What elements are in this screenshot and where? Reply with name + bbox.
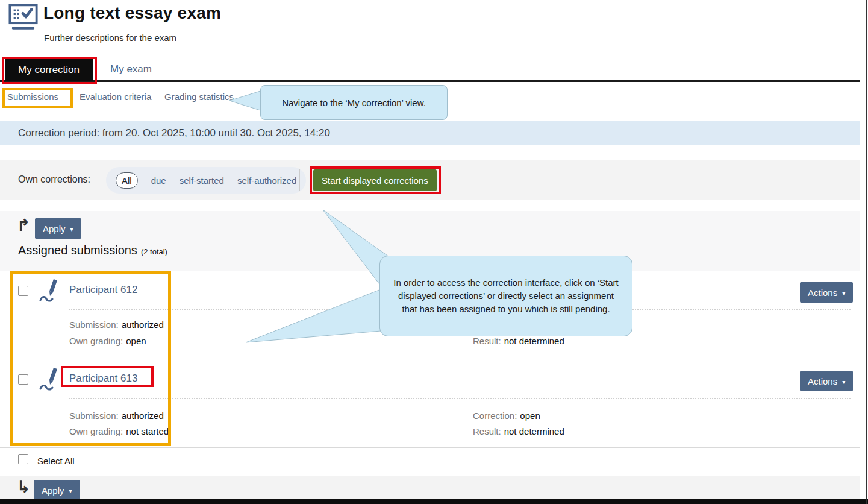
handwriting-pen-icon xyxy=(37,277,61,307)
tab-underline xyxy=(0,80,860,82)
actions-button-participant-612[interactable]: Actions ▾ xyxy=(800,282,853,303)
bottom-toolbar-band xyxy=(0,476,860,499)
apply-bottom-button[interactable]: Apply ▾ xyxy=(34,480,80,500)
page: Long text essay exam Further description… xyxy=(0,0,868,504)
heading-text: Assigned submissions xyxy=(18,244,137,257)
actions-button-participant-613[interactable]: Actions ▾ xyxy=(800,371,853,391)
select-all-label: Select All xyxy=(37,456,75,466)
callout-navigate-my-correction: Navigate to the ‘My correction’ view. xyxy=(260,85,448,120)
assigned-submissions-heading: Assigned submissions(2 total) xyxy=(18,244,167,257)
filter-option-self-authorized[interactable]: self-authorized xyxy=(237,175,296,186)
actions-label: Actions xyxy=(808,376,837,386)
handwriting-pen-icon xyxy=(37,365,61,395)
exam-test-icon xyxy=(8,3,39,34)
caret-down-icon: ▾ xyxy=(842,379,845,385)
arrow-down-right-icon: ↳ xyxy=(17,477,31,496)
apply-top-label: Apply xyxy=(43,224,66,234)
result-status: Result:not determined xyxy=(473,426,564,436)
own-grading-status: Own grading:open xyxy=(69,336,146,346)
row-checkbox-participant-612[interactable] xyxy=(18,286,28,296)
start-displayed-corrections-button[interactable]: Start displayed corrections xyxy=(313,169,437,191)
callout-start-corrections-help: In order to access the correction interf… xyxy=(379,256,632,336)
filter-option-all[interactable]: All xyxy=(116,172,138,189)
caret-down-icon: ▾ xyxy=(842,290,845,297)
right-border xyxy=(866,0,867,504)
subtab-grading-statistics[interactable]: Grading statistics xyxy=(164,92,234,102)
own-corrections-filter-group: All due self-started self-authorized xyxy=(106,167,306,194)
actions-label: Actions xyxy=(808,288,837,298)
participant-612-link[interactable]: Participant 612 xyxy=(69,284,137,296)
tab-my-correction[interactable]: My correction xyxy=(5,59,93,81)
own-grading-status: Own grading:not started xyxy=(69,426,169,436)
bottom-border xyxy=(0,499,868,504)
select-all-checkbox[interactable] xyxy=(18,454,28,464)
tab-my-exam[interactable]: My exam xyxy=(110,63,152,75)
participant-613-link[interactable]: Participant 613 xyxy=(69,373,137,385)
page-title: Long text essay exam xyxy=(43,4,221,23)
apply-top-button[interactable]: Apply ▾ xyxy=(35,218,81,239)
submission-status: Submission:authorized xyxy=(69,411,164,421)
apply-bottom-label: Apply xyxy=(42,485,64,496)
subtab-submissions[interactable]: Submissions xyxy=(7,92,58,102)
subtab-evaluation-criteria[interactable]: Evaluation criteria xyxy=(80,92,151,102)
submission-status: Submission:authorized xyxy=(69,320,164,330)
filter-divider xyxy=(299,169,300,191)
filter-option-due[interactable]: due xyxy=(151,175,166,186)
row-checkbox-participant-613[interactable] xyxy=(18,374,28,385)
arrow-up-right-icon: ↱ xyxy=(17,216,31,235)
caret-down-icon: ▾ xyxy=(70,226,73,233)
correction-period-text: Correction period: from 20. Oct 2025, 10… xyxy=(18,127,330,139)
page-subtitle: Further descriptions for the exam xyxy=(44,33,176,43)
result-status: Result:not determined xyxy=(473,336,564,346)
filter-option-self-started[interactable]: self-started xyxy=(180,175,224,186)
heading-count: (2 total) xyxy=(141,247,167,256)
row-separator xyxy=(69,398,851,399)
caret-down-icon: ▾ xyxy=(69,488,72,494)
correction-status: Correction:open xyxy=(473,411,540,421)
correction-period-infobar: Correction period: from 20. Oct 2025, 10… xyxy=(0,121,860,145)
list-bottom-divider xyxy=(0,447,860,448)
own-corrections-label: Own corrections: xyxy=(18,174,90,185)
